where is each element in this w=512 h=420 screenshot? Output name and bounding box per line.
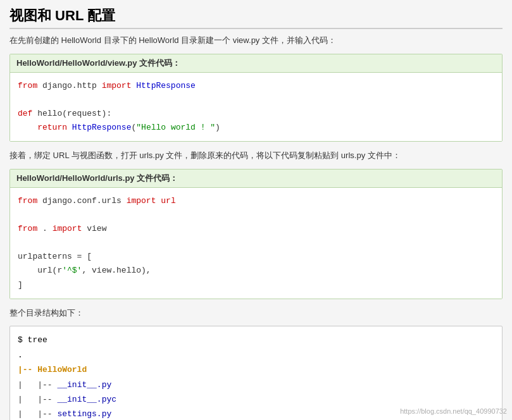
urlspy-code: from django.conf.urls import url from . … — [10, 188, 502, 299]
watermark: https://blog.csdn.net/qq_40990732 — [400, 407, 507, 415]
urlspy-block: HelloWorld/HelloWorld/urls.py 文件代码： from… — [9, 169, 503, 299]
intro-text-2: 接着，绑定 URL 与视图函数，打开 urls.py 文件，删除原来的代码，将以… — [9, 149, 503, 163]
intro-text-1: 在先前创建的 HelloWorld 目录下的 HelloWorld 目录新建一个… — [9, 34, 503, 47]
tree-block: $ tree . |-- HelloWorld | |-- __init__.p… — [9, 326, 503, 420]
intro-text-3: 整个目录结构如下： — [9, 307, 503, 320]
urlspy-title: HelloWorld/HelloWorld/urls.py 文件代码： — [10, 170, 502, 188]
page-title: 视图和 URL 配置 — [9, 6, 503, 29]
viewpy-block: HelloWorld/HelloWorld/view.py 文件代码： from… — [9, 54, 503, 142]
viewpy-title: HelloWorld/HelloWorld/view.py 文件代码： — [10, 54, 502, 73]
tree-code: $ tree . |-- HelloWorld | |-- __init__.p… — [10, 326, 502, 420]
viewpy-code: from django.http import HttpResponse def… — [10, 73, 502, 141]
